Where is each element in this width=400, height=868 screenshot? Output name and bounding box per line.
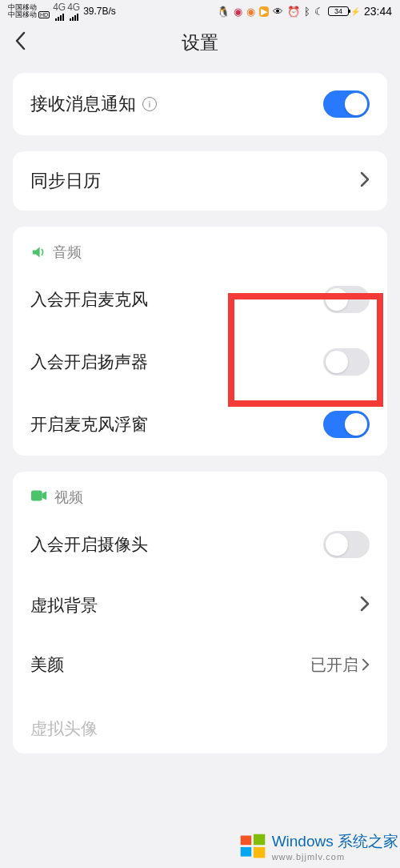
back-button[interactable]	[14, 30, 26, 56]
toggle-mic-on-join[interactable]	[323, 286, 370, 313]
card-sync-calendar: 同步日历	[13, 151, 387, 211]
toggle-camera-on-join[interactable]	[323, 531, 370, 558]
beauty-label: 美颜	[30, 653, 64, 676]
card-audio: 音频 入会开启麦克风 入会开启扬声器 开启麦克风浮窗	[13, 227, 387, 456]
network-speed: 39.7B/s	[83, 6, 116, 17]
music-icon: ◉	[234, 6, 242, 18]
moon-icon: ☾	[314, 6, 324, 18]
penguin-icon: 🐧	[217, 6, 230, 18]
chevron-right-icon	[360, 170, 370, 192]
windows-logo-icon	[238, 832, 267, 861]
svg-rect-1	[240, 836, 251, 846]
sync-calendar-label: 同步日历	[30, 169, 101, 193]
row-virtual-avatar[interactable]: 虚拟头像	[13, 694, 387, 753]
row-mic-on-join[interactable]: 入会开启麦克风	[13, 268, 387, 331]
video-app-icon: ▶	[259, 6, 269, 17]
page-header: 设置	[0, 22, 400, 73]
card-notifications: 接收消息通知 i	[13, 73, 387, 135]
status-bar: 中国移动 中国移动HD 4G 4G 39.7B/s 🐧 ◉ ◉ ▶ 👁 ⏰ ᛒ …	[0, 0, 400, 22]
row-virtual-background[interactable]: 虚拟背景	[13, 576, 387, 635]
speaker-on-join-label: 入会开启扬声器	[30, 351, 148, 373]
watermark-title: Windows 系统之家	[272, 831, 398, 852]
carrier-labels: 中国移动 中国移动HD	[8, 4, 50, 18]
signal-bars: 4G 4G	[53, 2, 80, 21]
row-camera-on-join[interactable]: 入会开启摄像头	[13, 513, 387, 576]
status-left: 中国移动 中国移动HD 4G 4G 39.7B/s	[8, 2, 116, 21]
virtual-bg-label: 虚拟背景	[30, 594, 98, 617]
section-header-audio: 音频	[13, 227, 387, 268]
svg-rect-4	[254, 847, 265, 858]
row-mic-float[interactable]: 开启麦克风浮窗	[13, 393, 387, 456]
speaker-icon	[30, 246, 46, 259]
status-right: 🐧 ◉ ◉ ▶ 👁 ⏰ ᛒ ☾ 34 ⚡ 23:44	[217, 5, 392, 18]
watermark: Windows 系统之家 www.bjjmlv.com	[238, 831, 398, 862]
beauty-value: 已开启	[310, 654, 370, 676]
chevron-right-icon	[362, 658, 370, 671]
audio-section-label: 音频	[53, 243, 82, 262]
row-speaker-on-join[interactable]: 入会开启扬声器	[13, 331, 387, 393]
clock: 23:44	[364, 5, 392, 18]
svg-rect-3	[240, 847, 251, 857]
alarm-icon: ⏰	[287, 6, 300, 18]
row-sync-calendar[interactable]: 同步日历	[13, 151, 387, 211]
battery-indicator: 34 ⚡	[328, 6, 360, 16]
toggle-speaker-on-join[interactable]	[323, 348, 370, 376]
row-receive-notifications[interactable]: 接收消息通知 i	[13, 73, 387, 135]
row-beauty[interactable]: 美颜 已开启	[13, 635, 387, 694]
camera-on-join-label: 入会开启摄像头	[30, 533, 148, 556]
chevron-right-icon	[360, 594, 370, 617]
info-icon[interactable]: i	[142, 97, 157, 111]
svg-rect-2	[254, 834, 265, 846]
toggle-notifications[interactable]	[323, 90, 370, 118]
eye-icon: 👁	[273, 6, 283, 18]
camera-icon	[30, 489, 48, 505]
chevron-left-icon	[14, 31, 26, 50]
section-header-video: 视频	[13, 472, 387, 513]
hd-badge: HD	[38, 11, 50, 18]
carrier-2: 中国移动HD	[8, 11, 50, 18]
card-video: 视频 入会开启摄像头 虚拟背景 美颜 已开启 虚拟头像	[13, 472, 387, 753]
page-title: 设置	[182, 30, 218, 55]
notify-label: 接收消息通知 i	[30, 92, 157, 116]
mic-on-join-label: 入会开启麦克风	[30, 288, 148, 311]
mic-float-label: 开启麦克风浮窗	[30, 413, 148, 436]
virtual-avatar-label: 虚拟头像	[30, 717, 98, 740]
app-icon: ◉	[246, 6, 255, 18]
svg-rect-0	[31, 491, 42, 501]
video-section-label: 视频	[54, 488, 83, 507]
watermark-url: www.bjjmlv.com	[272, 852, 398, 862]
bluetooth-icon: ᛒ	[304, 6, 310, 18]
toggle-mic-float[interactable]	[323, 411, 370, 438]
